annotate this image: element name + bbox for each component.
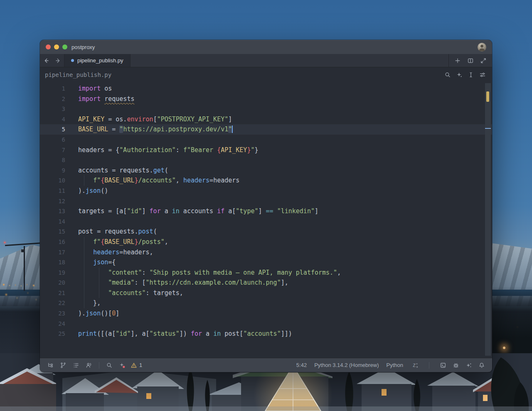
ai-notification-button[interactable]: [118, 361, 127, 370]
minimize-window-button[interactable]: [54, 44, 59, 49]
scrollbar[interactable]: [485, 83, 491, 356]
line-number[interactable]: 8: [40, 155, 65, 165]
line-number[interactable]: 12: [40, 196, 65, 207]
code-line[interactable]: 14: [40, 217, 492, 227]
code-line[interactable]: 8: [40, 155, 492, 165]
line-number[interactable]: 17: [40, 247, 65, 258]
edit-prediction-button[interactable]: Z: [411, 361, 420, 370]
user-avatar[interactable]: [478, 43, 486, 52]
agent-panel-button[interactable]: [464, 361, 473, 370]
code-line[interactable]: 3: [40, 104, 492, 114]
line-number[interactable]: 23: [40, 308, 65, 319]
code-area: 1import os2import requests34API_KEY = os…: [40, 84, 492, 339]
debug-panel-button[interactable]: [451, 361, 461, 370]
code-line[interactable]: 25print([(a["id"], a["status"]) for a in…: [40, 329, 492, 339]
code-line[interactable]: 11).json(): [40, 186, 492, 196]
line-number[interactable]: 19: [40, 268, 65, 278]
toolchain-selector[interactable]: Python 3.14.2 (Homebrew): [314, 362, 379, 368]
code-line[interactable]: 6: [40, 135, 492, 145]
code-line[interactable]: 17 headers=headers,: [40, 247, 492, 258]
line-number[interactable]: 3: [40, 104, 65, 114]
toggle-fullscreen-button[interactable]: [479, 56, 488, 65]
window-controls: [46, 44, 67, 49]
code-line[interactable]: 19 "content": "Ship posts with media — o…: [40, 268, 492, 278]
language-selector[interactable]: Python: [387, 362, 403, 368]
code-line[interactable]: 15post = requests.post(: [40, 226, 492, 237]
line-number[interactable]: 2: [40, 94, 65, 104]
editor-settings-button[interactable]: [478, 70, 487, 79]
code-line[interactable]: 23).json()[0]: [40, 308, 492, 319]
line-number[interactable]: 18: [40, 257, 65, 268]
project-panel-button[interactable]: [46, 361, 55, 370]
code-line[interactable]: 21 "accounts": targets,: [40, 288, 492, 298]
code-editor[interactable]: 1import os2import requests34API_KEY = os…: [40, 82, 492, 358]
close-window-button[interactable]: [46, 44, 51, 49]
sliders-icon: [479, 71, 486, 78]
tab-label: pipeline_publish.py: [77, 57, 123, 64]
code-line[interactable]: 18 json={: [40, 257, 492, 268]
line-number[interactable]: 1: [40, 84, 65, 94]
indent-guide: [99, 278, 99, 288]
code-line[interactable]: 4API_KEY = os.environ["POSTPROXY_API_KEY…: [40, 114, 492, 125]
project-search-button[interactable]: [105, 361, 114, 370]
line-number[interactable]: 22: [40, 298, 65, 308]
code-line[interactable]: 10 f"{BASE_URL}/accounts", headers=heade…: [40, 175, 492, 186]
line-number[interactable]: 13: [40, 206, 65, 217]
construction-crane-mast: [24, 246, 25, 291]
forward-icon[interactable]: [55, 57, 62, 64]
line-number[interactable]: 14: [40, 217, 65, 227]
git-panel-button[interactable]: [59, 361, 68, 370]
collab-panel-button[interactable]: [84, 361, 94, 370]
line-number[interactable]: 5: [40, 124, 65, 135]
back-icon[interactable]: [43, 57, 49, 64]
code-line[interactable]: 7headers = {"Authorization": f"Bearer {A…: [40, 145, 492, 155]
breadcrumb[interactable]: pipeline_publish.py: [45, 71, 111, 78]
indent-guide: [84, 278, 84, 288]
git-branch-icon: [60, 362, 66, 369]
tab-pipeline-publish[interactable]: pipeline_publish.py: [64, 54, 131, 67]
code-line[interactable]: 2import requests: [40, 94, 492, 104]
code-line[interactable]: 12: [40, 196, 492, 207]
line-number[interactable]: 7: [40, 145, 65, 155]
line-number[interactable]: 24: [40, 319, 65, 329]
terminal-panel-button[interactable]: [438, 361, 448, 370]
diagnostics-indicator[interactable]: 1: [131, 362, 142, 369]
title-bar[interactable]: postproxy: [40, 40, 492, 54]
cursor-position[interactable]: 5:42: [296, 362, 307, 368]
window-title: postproxy: [71, 44, 95, 50]
scrollbar-warning-marker: [486, 91, 489, 102]
line-number[interactable]: 9: [40, 165, 65, 176]
sparkle-dot-icon: [119, 362, 126, 369]
line-number[interactable]: 10: [40, 175, 65, 186]
line-number[interactable]: 11: [40, 186, 65, 196]
search-icon: [106, 362, 113, 369]
edit-mode-button[interactable]: [466, 70, 475, 79]
line-number[interactable]: 25: [40, 329, 65, 339]
line-number[interactable]: 20: [40, 278, 65, 288]
line-number[interactable]: 15: [40, 226, 65, 237]
code-line[interactable]: 16 f"{BASE_URL}/posts",: [40, 237, 492, 247]
indent-guide: [84, 298, 84, 308]
status-bar-right: 5:42 Python 3.14.2 (Homebrew) Python Z: [296, 361, 486, 370]
outline-panel-button[interactable]: [71, 361, 81, 370]
split-pane-button[interactable]: [466, 56, 475, 65]
line-number[interactable]: 6: [40, 135, 65, 145]
code-line[interactable]: 24: [40, 319, 492, 329]
buffer-search-button[interactable]: [443, 70, 452, 79]
code-line[interactable]: 1import os: [40, 84, 492, 94]
code-line[interactable]: 13targets = [a["id"] for a in accounts i…: [40, 206, 492, 217]
new-tab-button[interactable]: [453, 56, 462, 65]
line-number[interactable]: 4: [40, 114, 65, 125]
notification-button[interactable]: [477, 361, 486, 370]
indent-guide: [99, 288, 99, 298]
inline-assist-button[interactable]: [455, 70, 464, 79]
code-line[interactable]: 5BASE_URL = "https://api.postproxy.dev/v…: [40, 124, 492, 135]
code-line[interactable]: 22 },: [40, 298, 492, 308]
zoom-window-button[interactable]: [62, 44, 67, 49]
line-number[interactable]: 21: [40, 288, 65, 298]
indent-guide: [84, 268, 84, 278]
code-line[interactable]: 20 "media": ["https://cdn.example.com/la…: [40, 278, 492, 288]
code-line[interactable]: 9accounts = requests.get(: [40, 165, 492, 176]
line-number[interactable]: 16: [40, 237, 65, 247]
streetlamp-glow: [503, 347, 505, 349]
